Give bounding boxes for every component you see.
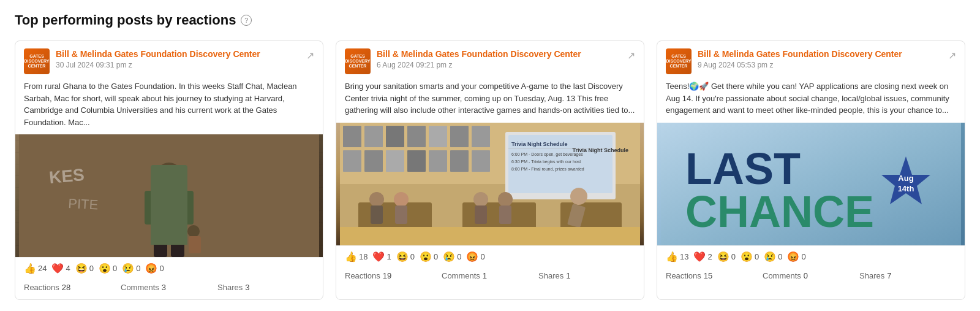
svg-text:14th: 14th: [898, 184, 914, 193]
svg-rect-9: [171, 237, 184, 257]
account-name: Bill & Melinda Gates Foundation Discover…: [377, 48, 621, 60]
comments-value: 3: [162, 283, 166, 292]
comments-label: Comments: [763, 271, 801, 280]
reaction-angry: 😡0: [466, 251, 484, 263]
shares-label: Shares: [538, 271, 564, 280]
svg-text:6:30 PM - Trivia begins with o: 6:30 PM - Trivia begins with our host: [511, 159, 581, 164]
svg-rect-29: [364, 150, 383, 172]
stat-shares: Shares7: [859, 271, 956, 280]
haha-count: 0: [410, 252, 415, 261]
svg-text:LAST: LAST: [685, 144, 801, 193]
svg-point-4: [156, 163, 183, 192]
angry-emoji: 😡: [787, 251, 799, 263]
svg-rect-25: [429, 126, 447, 147]
svg-text:CHANCE: CHANCE: [685, 187, 874, 236]
reaction-angry: 😡0: [145, 263, 164, 274]
reaction-like: 👍24: [24, 263, 47, 274]
reaction-like: 👍13: [666, 251, 688, 263]
angry-emoji: 😡: [145, 263, 157, 274]
reactions-value: 15: [704, 271, 712, 280]
reaction-haha: 😆0: [75, 263, 94, 274]
post-date: 6 Aug 2024 09:21 pm z: [377, 61, 621, 69]
sad-emoji: 😢: [122, 263, 134, 274]
stat-reactions: Reactions19: [345, 271, 442, 280]
wow-count: 0: [755, 252, 759, 261]
angry-count: 0: [801, 252, 805, 261]
page-header: Top performing posts by reactions ?: [15, 12, 965, 28]
post-image: Trivia Night Schedule 6:00 PM - Doors op…: [336, 123, 644, 245]
stats-row: Reactions19Comments1Shares1: [336, 267, 644, 288]
svg-rect-41: [395, 205, 407, 224]
reactions-value: 19: [383, 271, 391, 280]
card-1: GATESDISCOVERYCENTERBill & Melinda Gates…: [15, 40, 323, 300]
header-info: Bill & Melinda Gates Foundation Discover…: [377, 48, 621, 69]
info-icon[interactable]: ?: [241, 15, 252, 26]
svg-point-38: [369, 192, 384, 207]
love-count: 1: [386, 252, 391, 261]
reactions-label: Reactions: [666, 271, 701, 280]
svg-point-10: [187, 225, 200, 237]
angry-count: 0: [480, 252, 484, 261]
svg-rect-45: [499, 205, 511, 224]
like-count: 13: [680, 252, 688, 261]
external-link-icon[interactable]: ↗: [306, 50, 314, 61]
card-header: GATESDISCOVERYCENTERBill & Melinda Gates…: [336, 41, 644, 80]
reaction-sad: 😢0: [443, 251, 461, 263]
wow-emoji: 😮: [99, 263, 111, 274]
svg-text:Trivia Night Schedule: Trivia Night Schedule: [511, 141, 568, 147]
post-text: Teens!🌍🚀 Get there while you can! YAP ap…: [666, 80, 956, 117]
post-text: Bring your sanitation smarts and your co…: [345, 80, 635, 117]
comments-label: Comments: [442, 271, 480, 280]
svg-rect-48: [340, 227, 640, 245]
love-emoji: ❤️: [51, 263, 64, 274]
comments-value: 0: [804, 271, 808, 280]
haha-emoji: 😆: [75, 263, 88, 274]
reaction-love: ❤️4: [51, 263, 70, 274]
love-emoji: ❤️: [372, 251, 385, 263]
svg-rect-7: [184, 191, 194, 225]
external-link-icon[interactable]: ↗: [627, 50, 635, 61]
post-date: 9 Aug 2024 05:53 pm z: [698, 61, 942, 69]
shares-value: 3: [245, 283, 249, 292]
like-emoji: 👍: [24, 263, 36, 274]
svg-text:8:00 PM - Final round, prizes : 8:00 PM - Final round, prizes awarded: [511, 167, 584, 172]
svg-rect-5: [151, 190, 187, 239]
svg-rect-39: [371, 205, 383, 224]
card-2: GATESDISCOVERYCENTERBill & Melinda Gates…: [336, 40, 644, 300]
shares-value: 7: [887, 271, 891, 280]
stat-shares: Shares3: [217, 283, 314, 292]
reaction-wow: 😮0: [741, 251, 759, 263]
post-text: From rural Ghana to the Gates Foundation…: [24, 80, 314, 128]
angry-count: 0: [159, 264, 164, 273]
comments-label: Comments: [121, 283, 159, 292]
angry-emoji: 😡: [466, 251, 478, 263]
reaction-sad: 😢0: [122, 263, 140, 274]
svg-rect-27: [472, 126, 490, 147]
sad-emoji: 😢: [443, 251, 455, 263]
shares-label: Shares: [217, 283, 243, 292]
reaction-haha: 😆0: [396, 251, 415, 263]
stat-reactions: Reactions28: [24, 283, 121, 292]
svg-point-40: [394, 192, 409, 207]
external-link-icon[interactable]: ↗: [948, 50, 956, 61]
shares-value: 1: [566, 271, 570, 280]
reaction-love: ❤️1: [372, 251, 391, 263]
reaction-wow: 😮0: [420, 251, 438, 263]
svg-text:PITE: PITE: [68, 196, 99, 213]
haha-emoji: 😆: [396, 251, 409, 263]
svg-rect-30: [386, 150, 404, 172]
wow-emoji: 😮: [420, 251, 432, 263]
stat-shares: Shares1: [538, 271, 635, 280]
shares-label: Shares: [859, 271, 884, 280]
sad-count: 0: [778, 252, 782, 261]
svg-rect-32: [429, 150, 447, 172]
love-emoji: ❤️: [693, 251, 706, 263]
like-emoji: 👍: [345, 251, 357, 263]
wow-count: 0: [434, 252, 438, 261]
svg-rect-0: [19, 134, 319, 257]
svg-rect-26: [450, 126, 469, 147]
card-header: GATESDISCOVERYCENTERBill & Melinda Gates…: [15, 41, 323, 80]
reaction-angry: 😡0: [787, 251, 805, 263]
reaction-haha: 😆0: [717, 251, 736, 263]
svg-rect-23: [386, 126, 404, 147]
